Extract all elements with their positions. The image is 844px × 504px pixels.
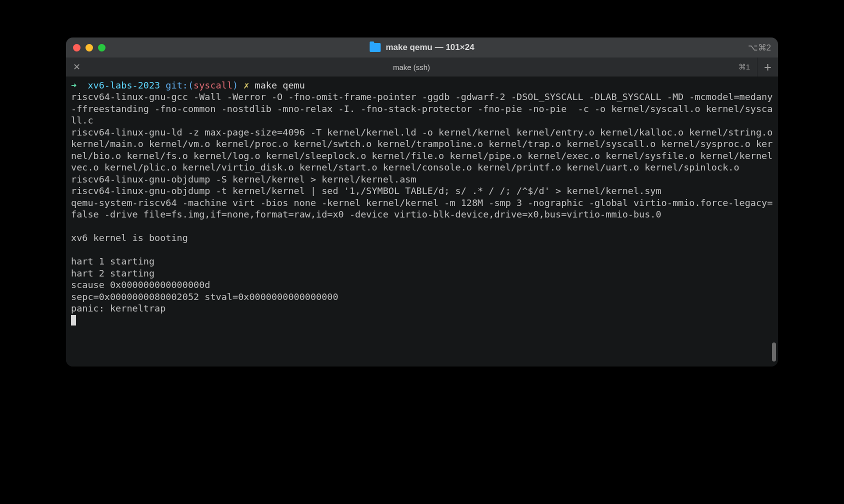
tab-main[interactable]: ✕ make (ssh) ⌘1 xyxy=(66,58,757,76)
prompt-arrow-icon: ➜ xyxy=(71,80,76,90)
titlebar-shortcut: ⌥⌘2 xyxy=(748,42,771,53)
maximize-window-button[interactable] xyxy=(98,44,106,52)
prompt-cwd: xv6-labs-2023 xyxy=(88,80,160,90)
folder-icon xyxy=(370,43,380,52)
terminal-window: make qemu — 101×24 ⌥⌘2 ✕ make (ssh) ⌘1 +… xyxy=(66,38,778,366)
terminal-output[interactable]: ➜ xv6-labs-2023 git:(syscall) ✗ make qem… xyxy=(66,76,778,366)
close-window-button[interactable] xyxy=(73,44,80,52)
close-tab-icon[interactable]: ✕ xyxy=(73,62,80,72)
window-title: make qemu — 101×24 xyxy=(370,42,474,52)
tab-label: make (ssh) xyxy=(393,63,430,72)
window-controls xyxy=(73,44,106,52)
command-output: riscv64-linux-gnu-gcc -Wall -Werror -O -… xyxy=(71,92,778,314)
prompt-branch: syscall xyxy=(194,80,232,90)
entered-command: make qemu xyxy=(255,80,305,90)
titlebar[interactable]: make qemu — 101×24 ⌥⌘2 xyxy=(66,38,778,58)
cursor xyxy=(71,315,76,326)
window-title-text: make qemu — 101×24 xyxy=(386,42,474,52)
scrollbar-thumb[interactable] xyxy=(772,342,776,362)
new-tab-button[interactable]: + xyxy=(757,58,778,76)
prompt-dirty-icon: ✗ xyxy=(244,80,249,90)
tab-shortcut: ⌘1 xyxy=(738,62,750,72)
prompt-git-label: git: xyxy=(166,80,188,90)
minimize-window-button[interactable] xyxy=(86,44,93,52)
tab-bar: ✕ make (ssh) ⌘1 + xyxy=(66,58,778,76)
